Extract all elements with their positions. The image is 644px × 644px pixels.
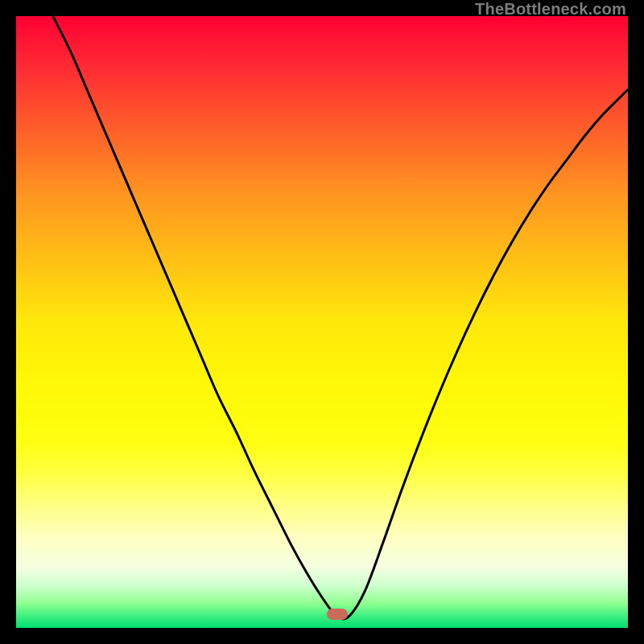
optimal-marker [327,609,348,620]
chart-frame: TheBottleneck.com [0,0,644,644]
watermark-text: TheBottleneck.com [475,0,626,19]
curve-svg [16,16,628,628]
bottleneck-curve [53,16,628,619]
plot-area [16,16,628,628]
